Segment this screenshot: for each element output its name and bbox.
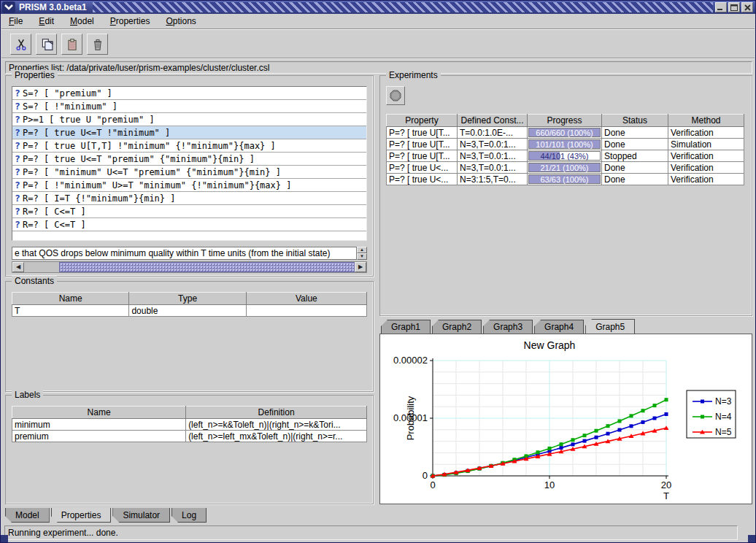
menu-edit[interactable]: Edit <box>39 16 54 26</box>
comment-scroll-down-button[interactable]: ▼ <box>357 253 367 260</box>
question-icon: ? <box>12 114 23 125</box>
table-row[interactable]: premium(left_n>=left_mx&Toleft_n)|(right… <box>12 431 367 442</box>
experiment-method: Verification <box>668 162 744 174</box>
menu-properties[interactable]: Properties <box>110 16 150 26</box>
tab-log[interactable]: Log <box>171 508 207 523</box>
property-item[interactable]: ?R=? [ C<=T ] <box>12 205 366 218</box>
table-row[interactable]: minimum(left_n>=k&Toleft_n)|(right_n>=k&… <box>12 419 367 431</box>
experiments-table[interactable]: PropertyDefined Const...ProgressStatusMe… <box>386 114 744 185</box>
property-item[interactable]: ?R=? [ I=T {!"minimum"}{min} ] <box>12 192 366 205</box>
experiment-row[interactable]: P=? [ true U<...N=3:1:5,T=0...63/63 (100… <box>387 174 744 185</box>
experiments-column-header[interactable]: Method <box>668 115 744 127</box>
comment-scroll-up-button[interactable]: ▲ <box>357 247 367 253</box>
property-text: R=? [ I=T {!"minimum"}{min} ] <box>23 193 176 204</box>
window-menu-icon[interactable] <box>1 1 16 13</box>
paste-button[interactable] <box>61 34 82 55</box>
menu-model[interactable]: Model <box>70 16 94 26</box>
svg-text:New Graph: New Graph <box>524 339 576 351</box>
menu-file[interactable]: File <box>9 16 23 26</box>
progress-text: 63/63 (100%) <box>529 175 600 183</box>
tab-graph1[interactable]: Graph1 <box>381 320 431 334</box>
window-title: PRISM 3.0.beta1 <box>16 2 93 13</box>
stop-experiment-button[interactable] <box>386 86 405 105</box>
experiment-row[interactable]: P=? [ true U[T...T=0.0:1.0E-...660/660 (… <box>387 127 744 139</box>
question-icon: ? <box>12 219 23 230</box>
experiment-method: Verification <box>668 127 744 139</box>
properties-horizontal-scrollbar[interactable]: ◀ ▶ <box>12 261 367 273</box>
question-icon: ? <box>12 127 23 138</box>
property-item[interactable]: ?S=? [ "premium" ] <box>12 87 366 100</box>
constants-group-title: Constants <box>12 276 57 286</box>
experiment-row[interactable]: P=? [ true U[T...N=3,T=0.0:1...101/101 (… <box>387 139 744 150</box>
cut-button[interactable] <box>10 34 31 55</box>
menu-options[interactable]: Options <box>166 16 196 26</box>
column-header[interactable]: Name <box>12 407 186 419</box>
tab-graph2[interactable]: Graph2 <box>432 320 482 334</box>
tab-graph5[interactable]: Graph5 <box>585 319 635 334</box>
window-corner-right[interactable] <box>748 535 755 542</box>
maximize-icon <box>730 4 738 11</box>
close-icon <box>744 4 751 11</box>
svg-text:N=5: N=5 <box>715 427 732 437</box>
property-item[interactable]: ?S=? [ !"minimum" ] <box>12 100 366 113</box>
svg-text:0: 0 <box>430 480 435 490</box>
properties-list[interactable]: ?S=? [ "premium" ]?S=? [ !"minimum" ]?P>… <box>12 86 367 241</box>
property-item[interactable]: ?P>=1 [ true U "premium" ] <box>12 113 366 126</box>
column-header[interactable]: Type <box>129 293 246 305</box>
property-item[interactable]: ?P=? [ !"minimum" U>=T "minimum" {!"mini… <box>12 179 366 192</box>
tab-model[interactable]: Model <box>5 508 50 523</box>
scroll-right-button[interactable]: ▶ <box>355 262 366 272</box>
experiment-row[interactable]: P=? [ true U[T...N=3,T=0.0:1...44/101 (4… <box>387 150 744 162</box>
experiment-progress: 44/101 (43%) <box>528 150 602 162</box>
status-text: Running experiment... done. <box>8 528 118 538</box>
labels-table[interactable]: NameDefinitionminimum(left_n>=k&Toleft_n… <box>12 406 367 442</box>
experiment-constants: N=3,T=0.0:1... <box>458 162 528 174</box>
graph-tabs: Graph1Graph2Graph3Graph4Graph5 <box>381 319 636 334</box>
scrollbar-thumb[interactable] <box>59 262 355 272</box>
experiment-property: P=? [ true U[T... <box>387 139 458 150</box>
progress-bar: 660/660 (100%) <box>528 128 601 137</box>
property-item[interactable]: ?P=? [ true U<=T "premium" {"minimum"}{m… <box>12 153 366 166</box>
experiments-column-header[interactable]: Progress <box>528 115 602 127</box>
experiments-column-header[interactable]: Property <box>387 115 458 127</box>
column-header[interactable]: Name <box>12 293 129 305</box>
delete-button[interactable] <box>87 34 108 55</box>
paste-icon <box>66 38 79 51</box>
tab-simulator[interactable]: Simulator <box>112 508 170 523</box>
table-cell: minimum <box>12 419 186 431</box>
table-cell: premium <box>12 431 186 442</box>
scrollbar-track[interactable] <box>24 262 59 272</box>
maximize-button[interactable] <box>728 2 740 12</box>
property-comment[interactable]: e that QOS drops below minimum quality w… <box>12 247 357 260</box>
property-item[interactable]: ?R=? [ C<=T ] <box>12 218 366 231</box>
minimize-icon <box>717 4 725 10</box>
experiments-column-header[interactable]: Defined Const... <box>458 115 528 127</box>
minimize-button[interactable] <box>715 2 727 12</box>
tab-graph4[interactable]: Graph4 <box>534 320 584 334</box>
column-header[interactable]: Definition <box>186 407 367 419</box>
scroll-left-button[interactable]: ◀ <box>12 262 24 272</box>
tab-graph3[interactable]: Graph3 <box>483 320 533 334</box>
experiment-row[interactable]: P=? [ true U<...N=3,T=0.0:1...21/21 (100… <box>387 162 744 174</box>
column-header[interactable]: Value <box>246 293 366 305</box>
property-item[interactable]: ?P=? [ "minimum" U<=T "premium" {"minimu… <box>12 166 366 179</box>
table-row[interactable]: Tdouble <box>12 305 367 317</box>
property-item[interactable]: ?P=? [ true U<=T !"minimum" ] <box>12 126 366 139</box>
window-corner-left[interactable] <box>1 535 8 542</box>
constants-table[interactable]: NameTypeValueTdouble <box>12 292 367 317</box>
property-item[interactable]: ?P=? [ true U[T,T] !"minimum" {!"minimum… <box>12 139 366 153</box>
progress-text: 101/101 (100%) <box>529 140 600 148</box>
tab-properties[interactable]: Properties <box>51 508 112 523</box>
svg-text:0.00002: 0.00002 <box>393 355 428 366</box>
progress-bar: 21/21 (100%) <box>528 163 601 172</box>
menu-bar: FileEditModelPropertiesOptions <box>1 14 755 29</box>
copy-button[interactable] <box>36 34 57 55</box>
graph-panel: 0102000.000010.00002New GraphTProbabilit… <box>379 334 752 504</box>
property-text: R=? [ C<=T ] <box>23 220 86 230</box>
table-cell: (left_n>=left_mx&Toleft_n)|(right_n>=r..… <box>186 431 367 442</box>
title-bar[interactable]: PRISM 3.0.beta1 <box>1 1 755 14</box>
progress-bar: 44/101 (43%) <box>528 151 601 161</box>
close-button[interactable] <box>741 2 753 12</box>
experiment-property: P=? [ true U[T... <box>387 127 458 139</box>
experiments-column-header[interactable]: Status <box>602 115 668 127</box>
